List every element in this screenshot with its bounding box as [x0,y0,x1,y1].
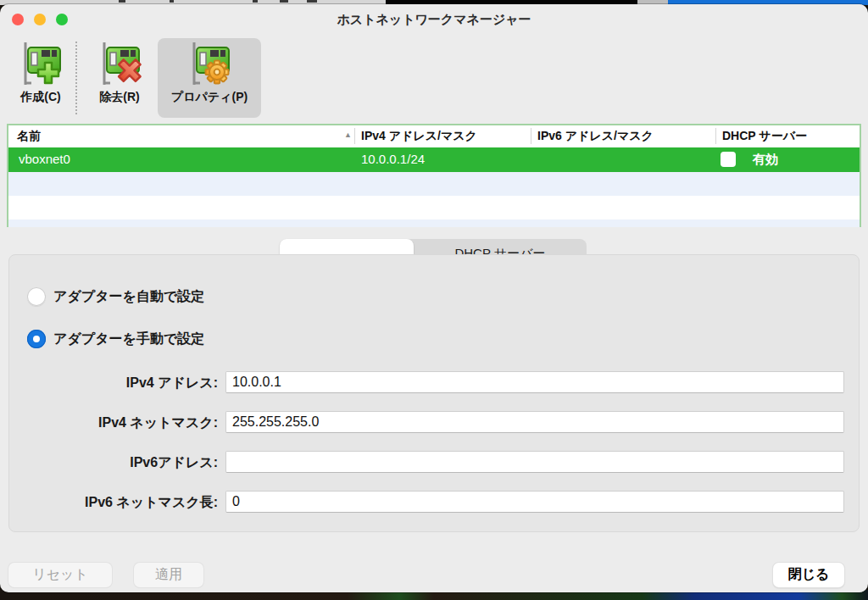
ipv6-address-label: IPv6アドレス: [14,454,218,472]
network-card-add-icon [17,41,64,88]
radio-manual-label: アダプターを手動で設定 [53,331,204,348]
network-card-remove-icon [96,41,143,88]
toolbar-separator [75,42,77,114]
radio-configure-automatically[interactable]: アダプターを自動で設定 [27,287,204,306]
table-empty-row[interactable] [8,172,860,196]
cell-ipv4-address: 10.0.0.1/24 [361,152,425,166]
properties-button[interactable]: プロパティ(P) [158,38,261,118]
reset-button[interactable]: リセット [8,563,112,587]
apply-button[interactable]: 適用 [134,563,203,587]
radio-configure-manually[interactable]: アダプターを手動で設定 [27,330,204,348]
toolbar-label-create: 作成(C) [20,90,60,105]
table-header-row[interactable]: 名前 ▲ IPv4 アドレス/マスク IPv6 アドレス/マスク DHCP サー… [8,125,860,147]
dhcp-enable-checkbox[interactable] [721,152,736,167]
cell-network-name: vboxnet0 [19,152,70,166]
title-bar[interactable]: ホストネットワークマネージャー [0,4,868,36]
host-networks-table: 名前 ▲ IPv4 アドレス/マスク IPv6 アドレス/マスク DHCP サー… [7,124,861,227]
column-header-ipv6[interactable]: IPv6 アドレス/マスク [537,129,654,144]
close-button-label: 閉じる [788,566,830,584]
column-header-ipv4[interactable]: IPv4 アドレス/マスク [361,129,477,144]
ipv4-address-input[interactable] [225,371,844,393]
column-separator [354,128,355,144]
dhcp-enabled-label: 有効 [753,152,778,168]
column-header-name[interactable]: 名前 [17,129,41,144]
ipv4-netmask-input[interactable] [225,411,844,433]
adapter-settings-panel: アダプターを自動で設定 アダプターを手動で設定 IPv4 アドレス: IPv4 … [8,254,860,532]
sort-ascending-icon: ▲ [344,131,352,139]
ipv6-prefix-length-label: IPv6 ネットマスク長: [14,494,218,512]
host-network-manager-window: ホストネットワークマネージャー [0,4,868,592]
ipv4-netmask-label: IPv4 ネットマスク: [14,414,218,432]
column-separator [531,128,531,144]
remove-button[interactable]: 除去(R) [83,38,156,118]
column-header-dhcp[interactable]: DHCP サーバー [722,129,807,144]
ipv4-address-label: IPv4 アドレス: [14,375,218,392]
table-empty-row[interactable] [8,219,860,227]
table-empty-row[interactable] [8,196,860,219]
ipv6-prefix-length-input[interactable] [225,491,844,513]
radio-off-icon[interactable] [27,287,46,306]
window-title: ホストネットワークマネージャー [0,12,868,28]
ipv6-address-input[interactable] [225,451,844,473]
create-button[interactable]: 作成(C) [3,38,78,118]
toolbar: 作成(C) 除去(R) [0,36,868,121]
reset-button-label: リセット [32,566,88,584]
column-separator [715,128,716,144]
toolbar-label-remove: 除去(R) [99,90,139,105]
radio-on-icon[interactable] [27,330,46,348]
close-button[interactable]: 閉じる [773,563,844,587]
radio-auto-label: アダプターを自動で設定 [53,288,204,306]
toolbar-label-properties: プロパティ(P) [171,90,248,105]
apply-button-label: 適用 [155,566,182,584]
table-row-vboxnet0[interactable]: vboxnet0 10.0.0.1/24 有効 [8,147,860,172]
network-card-properties-icon [186,41,233,88]
